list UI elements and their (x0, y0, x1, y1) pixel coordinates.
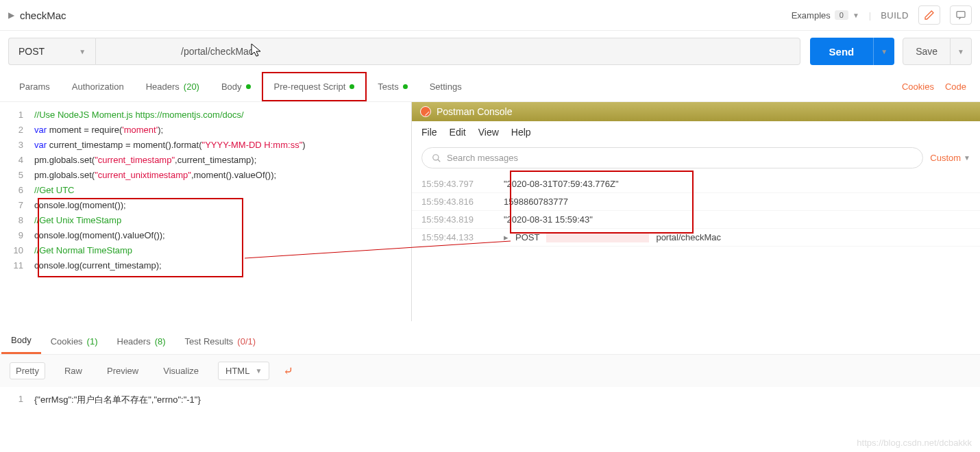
custom-filter-dropdown[interactable]: Custom ▼ (930, 153, 970, 163)
code-line[interactable]: 2var moment = require('moment'); (0, 123, 411, 138)
request-tabs: Params Authorization Headers (20) Body P… (0, 72, 980, 102)
log-row[interactable]: 15:59:43.819"2020-08-31 15:59:43" (412, 211, 980, 229)
redacted-url (546, 233, 649, 242)
log-value: 1598860783777 (504, 197, 568, 207)
code-line[interactable]: 5pm.globals.set("current_unixtimestamp",… (0, 168, 411, 183)
menu-help[interactable]: Help (511, 127, 531, 138)
log-value: "2020-08-31 15:59:43" (504, 214, 593, 225)
search-placeholder: Search messages (447, 153, 518, 163)
build-label: BUILD (881, 10, 909, 21)
log-time: 15:59:43.797 (421, 179, 497, 189)
code-line[interactable]: 10//Get Normal TimeStamp (0, 243, 411, 258)
main-content-row: 1//Use NodeJS Moment.js https://momentjs… (0, 102, 980, 321)
dot-icon (403, 84, 408, 89)
console-log-list: 15:59:43.797"2020-08-31T07:59:43.776Z"15… (412, 173, 980, 249)
line-number: 5 (0, 168, 34, 183)
view-raw[interactable]: Raw (59, 363, 88, 379)
code-editor[interactable]: 1//Use NodeJS Moment.js https://momentjs… (0, 102, 411, 279)
cookies-link[interactable]: Cookies (902, 81, 934, 92)
dot-icon (350, 84, 354, 89)
line-number: 2 (0, 123, 34, 138)
send-button[interactable]: Send (810, 38, 874, 65)
tab-body[interactable]: Body (210, 73, 262, 100)
console-search-input[interactable]: Search messages (421, 147, 923, 168)
postman-icon (420, 106, 431, 117)
console-titlebar: Postman Console (412, 102, 980, 121)
menu-view[interactable]: View (478, 127, 499, 138)
collapse-caret-icon[interactable]: ▶ (8, 10, 14, 20)
code-line[interactable]: 1//Use NodeJS Moment.js https://momentjs… (0, 108, 411, 123)
code-link[interactable]: Code (945, 81, 966, 92)
menu-file[interactable]: File (421, 127, 437, 138)
console-pane: Postman Console File Edit View Help Sear… (411, 102, 980, 321)
code-line[interactable]: 4pm.globals.set("current_timestamp",curr… (0, 153, 411, 168)
examples-dropdown[interactable]: Examples 0 ▼ (792, 10, 859, 21)
tab-headers[interactable]: Headers (20) (135, 73, 210, 100)
log-row[interactable]: 15:59:43.797"2020-08-31T07:59:43.776Z" (412, 175, 980, 193)
line-number: 3 (0, 138, 34, 153)
search-icon (432, 153, 441, 163)
expand-arrow-icon[interactable]: ▸ (504, 232, 509, 242)
chevron-down-icon: ▼ (853, 12, 859, 19)
save-button[interactable]: Save (903, 38, 951, 65)
log-value: "2020-08-31T07:59:43.776Z" (504, 179, 619, 189)
line-number: 11 (0, 258, 34, 273)
method-select[interactable]: POST ▼ (8, 38, 95, 65)
resp-tab-headers[interactable]: Headers (8) (108, 329, 175, 353)
save-dropdown[interactable]: ▼ (951, 38, 972, 65)
log-time: 15:59:44.133 (421, 232, 497, 242)
tab-prerequest-script[interactable]: Pre-request Script (262, 72, 367, 101)
url-visible-part: /portal/checkMac (181, 46, 254, 57)
response-body[interactable]: 1{"errMsg":"用户白名单不存在","errno":"-1"} (0, 387, 980, 413)
wrap-lines-icon[interactable]: ⤶ (283, 364, 293, 379)
request-header-bar: ▶ checkMac Examples 0 ▼ | BUILD (0, 0, 980, 31)
response-toolbar: Pretty Raw Preview Visualize HTML ▼ ⤶ (0, 355, 980, 387)
format-select[interactable]: HTML ▼ (218, 362, 269, 380)
url-input[interactable]: /portal/checkMac (95, 38, 800, 65)
code-line[interactable]: 9console.log(moment().valueOf()); (0, 228, 411, 243)
line-number: 6 (0, 183, 34, 198)
code-line[interactable]: 11console.log(current_timestamp); (0, 258, 411, 273)
line-number: 1 (0, 394, 34, 406)
code-editor-pane[interactable]: 1//Use NodeJS Moment.js https://momentjs… (0, 102, 411, 321)
tab-settings[interactable]: Settings (419, 73, 473, 100)
send-dropdown[interactable]: ▼ (873, 38, 894, 65)
tab-tests[interactable]: Tests (367, 73, 418, 100)
dot-icon (246, 84, 251, 89)
log-row[interactable]: 15:59:43.8161598860783777 (412, 193, 980, 211)
view-visualize[interactable]: Visualize (158, 363, 204, 379)
view-pretty[interactable]: Pretty (10, 362, 45, 379)
line-number: 1 (0, 108, 34, 123)
menu-edit[interactable]: Edit (450, 127, 466, 138)
svg-line-2 (438, 159, 441, 162)
log-time: 15:59:43.816 (421, 197, 497, 207)
log-method: POST (515, 232, 539, 242)
resp-tab-cookies[interactable]: Cookies (1) (41, 329, 108, 353)
comment-button[interactable] (950, 5, 972, 25)
code-line[interactable]: 3var current_timestamp = moment().format… (0, 138, 411, 153)
code-line[interactable]: 7console.log(moment()); (0, 198, 411, 213)
resp-tab-body[interactable]: Body (1, 328, 41, 354)
response-line[interactable]: 1{"errMsg":"用户白名单不存在","errno":"-1"} (0, 394, 980, 406)
log-url-suffix: portal/checkMac (656, 232, 721, 242)
log-row[interactable]: 15:59:44.133▸POSTportal/checkMac (412, 229, 980, 247)
code-line[interactable]: 8//Get Unix TimeStamp (0, 213, 411, 228)
chevron-down-icon: ▼ (964, 154, 970, 162)
request-title: checkMac (20, 10, 66, 21)
line-number: 8 (0, 213, 34, 228)
response-tabs: Body Cookies (1) Headers (8) Test Result… (0, 328, 980, 355)
chevron-down-icon: ▼ (255, 367, 262, 375)
svg-point-1 (433, 154, 439, 160)
request-url-row: POST ▼ /portal/checkMac Send ▼ Save ▼ (0, 31, 980, 72)
line-number: 4 (0, 153, 34, 168)
code-line[interactable]: 6//Get UTC (0, 183, 411, 198)
method-value: POST (19, 46, 45, 57)
svg-rect-0 (957, 12, 965, 18)
edit-button[interactable] (918, 5, 940, 25)
view-preview[interactable]: Preview (101, 363, 144, 379)
tab-params[interactable]: Params (8, 73, 61, 100)
tab-authorization[interactable]: Authorization (61, 73, 135, 100)
chevron-down-icon: ▼ (79, 48, 86, 55)
resp-tab-test-results[interactable]: Test Results (0/1) (175, 329, 266, 353)
line-number: 7 (0, 198, 34, 213)
